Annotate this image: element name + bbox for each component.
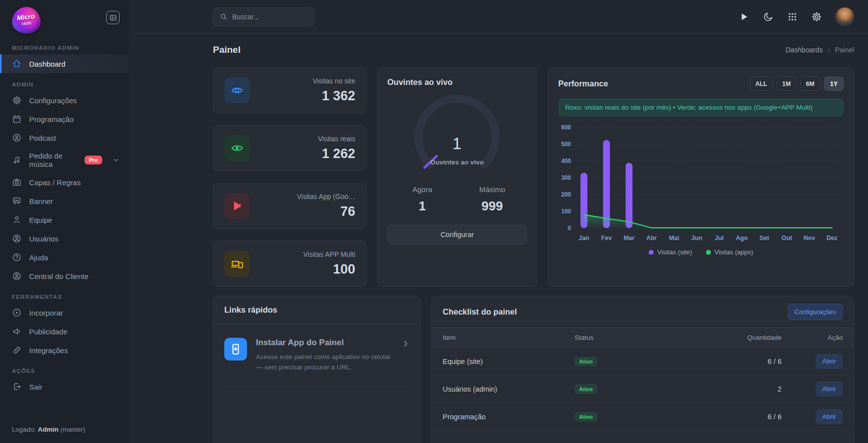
player-play-button[interactable] xyxy=(739,11,749,22)
topbar xyxy=(128,0,868,34)
dashboard-row-top: Visitas no site1 362Visitas reais1 262Vi… xyxy=(213,67,854,287)
checklist-header: Checklist do painel Configurações xyxy=(432,296,854,327)
help-icon xyxy=(12,252,22,262)
now-value: 1 xyxy=(387,199,457,214)
column-header-quantidade: Quantidade xyxy=(728,334,802,341)
checklist-table-header: ItemStatusQuantidadeAção xyxy=(432,327,854,348)
sidebar-item-publicidade[interactable]: Publicidade xyxy=(0,322,128,341)
billboard-icon xyxy=(12,196,22,206)
checklist-settings-button[interactable]: Configurações xyxy=(787,304,843,320)
camera-icon xyxy=(12,177,22,187)
sidebar-item-label: Configurações xyxy=(29,96,77,105)
row-status: Ativo xyxy=(575,384,728,394)
user-avatar[interactable] xyxy=(835,7,854,26)
sidebar-item-banner[interactable]: Banner xyxy=(0,192,128,210)
quick-link-title: Instalar App do Painel xyxy=(256,338,393,348)
eye-dot-icon xyxy=(224,135,250,161)
sidebar-collapse-button[interactable] xyxy=(106,11,120,24)
sidebar-item-label: Integrações xyxy=(29,346,68,355)
range-button-all[interactable]: ALL xyxy=(750,77,773,91)
dark-mode-toggle[interactable] xyxy=(763,11,774,22)
table-row: Usuários (admin)Ativo2Abrir xyxy=(432,375,854,403)
collapse-panel-icon xyxy=(109,14,117,22)
logged-role: (master) xyxy=(60,426,85,433)
grid-icon xyxy=(787,11,798,22)
svg-text:400: 400 xyxy=(561,158,571,164)
moon-icon xyxy=(763,11,774,22)
logged-in-status: Logado: Admin (master) xyxy=(0,418,128,443)
quick-link-body: Instalar App do Painel Acesse este paine… xyxy=(256,338,393,373)
sidebar-item-label: Banner xyxy=(29,197,53,205)
status-badge: Ativo xyxy=(575,384,597,394)
topbar-actions xyxy=(739,7,854,26)
range-button-1y[interactable]: 1Y xyxy=(824,77,844,91)
sidebar-item-configuracoes[interactable]: Configurações xyxy=(0,91,128,110)
row-item-label: Equipe (site) xyxy=(443,358,575,365)
sidebar-item-label: Pedido de música xyxy=(29,152,74,168)
breadcrumb-separator: › xyxy=(827,46,830,54)
apps-menu-button[interactable] xyxy=(787,11,798,22)
sidebar-item-programacao[interactable]: Programação xyxy=(0,110,128,128)
sidebar-item-ajuda[interactable]: Ajuda xyxy=(0,248,128,267)
column-header-item: Item xyxy=(443,334,575,341)
page-content: Painel Dashboards › Painel Visitas no si… xyxy=(128,34,868,443)
google-play-icon xyxy=(224,193,250,219)
user-icon xyxy=(12,215,22,225)
sidebar-item-incorporar[interactable]: Incorporar xyxy=(0,303,128,322)
search-input[interactable] xyxy=(232,13,308,21)
calendar-icon xyxy=(12,114,22,124)
microradio-logo[interactable]: Micro rádio xyxy=(10,5,41,35)
svg-text:Ouvintes ao vivo: Ouvintes ao vivo xyxy=(430,159,484,166)
sidebar-item-podcast[interactable]: Podcast xyxy=(0,128,128,147)
svg-text:Mai: Mai xyxy=(669,235,679,242)
range-button-6m[interactable]: 6M xyxy=(800,77,820,91)
range-button-1m[interactable]: 1M xyxy=(777,77,796,91)
configure-listeners-button[interactable]: Configurar xyxy=(387,225,527,244)
stat-meta: Visitas APP Multi100 xyxy=(303,250,355,277)
gear-icon xyxy=(811,11,822,22)
sidebar-section-label: FERRAMENTAS xyxy=(0,285,128,303)
status-badge: Ativo xyxy=(575,357,597,366)
max-value: 999 xyxy=(457,199,528,214)
open-button[interactable]: Abrir xyxy=(816,354,843,369)
checklist-table-body: Equipe (site)Ativo6 / 6AbrirUsuários (ad… xyxy=(432,348,854,431)
stat-value: 100 xyxy=(303,262,355,277)
settings-button[interactable] xyxy=(811,11,822,22)
breadcrumb: Dashboards › Painel xyxy=(785,46,854,54)
open-button[interactable]: Abrir xyxy=(816,381,843,397)
sidebar-item-label: Podcast xyxy=(29,134,56,142)
performance-header: Performance ALL1M6M1Y xyxy=(558,77,844,91)
svg-text:Mar: Mar xyxy=(623,235,634,242)
open-button[interactable]: Abrir xyxy=(816,409,843,424)
logged-user: Admin xyxy=(38,426,59,433)
sidebar-item-pedido-de-musica[interactable]: Pedido de músicaPro xyxy=(0,147,128,173)
stat-label: Visitas reais xyxy=(318,135,355,143)
sidebar-item-usuarios[interactable]: Usuários xyxy=(0,229,128,248)
checklist-title: Checklist do painel xyxy=(443,307,517,317)
sidebar-item-central-do-cliente[interactable]: Central do Cliente xyxy=(0,267,128,285)
svg-text:1: 1 xyxy=(453,134,461,153)
live-stats: Agora 1 Máximo 999 xyxy=(387,185,527,214)
sidebar-item-equipe[interactable]: Equipe xyxy=(0,210,128,229)
chart-legend: Visitas (site)Visitas (apps) xyxy=(558,248,844,256)
live-listeners-card: Ouvintes ao vivo 1Ouvintes ao vivo Agora… xyxy=(377,67,537,287)
sidebar-item-integracoes[interactable]: Integrações xyxy=(0,341,128,360)
live-stat-now: Agora 1 xyxy=(387,185,457,214)
sidebar-item-sair[interactable]: Sair xyxy=(0,377,128,396)
row-quantity: 6 / 6 xyxy=(728,358,802,365)
sidebar-section-label: MICRORADIO ADMIN xyxy=(0,37,128,54)
eye-icon xyxy=(224,78,250,103)
column-header-ação: Ação xyxy=(802,334,843,341)
megaphone-icon xyxy=(12,326,22,336)
sidebar-item-dashboard[interactable]: Dashboard xyxy=(0,54,128,73)
quick-link-install-app[interactable]: Instalar App do Painel Acesse este paine… xyxy=(224,324,410,386)
breadcrumb-dashboards[interactable]: Dashboards xyxy=(785,46,823,54)
row-status: Ativo xyxy=(575,412,728,422)
logged-label: Logado: xyxy=(12,426,36,433)
legend-label: Visitas (site) xyxy=(657,248,692,256)
app-root: Micro rádio MICRORADIO ADMINDashboardADM… xyxy=(0,0,868,443)
dashboard-row-bottom: Links rápidos Instalar App do Painel Ace… xyxy=(213,296,854,443)
svg-text:Jul: Jul xyxy=(715,235,724,242)
sidebar-item-capas-regras[interactable]: Capas / Regras xyxy=(0,173,128,192)
svg-text:500: 500 xyxy=(561,141,571,148)
